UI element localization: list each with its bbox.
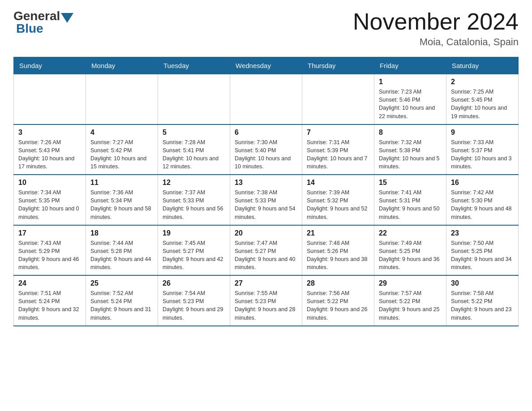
calendar-cell: 30Sunrise: 7:58 AMSunset: 5:22 PMDayligh… — [446, 275, 519, 326]
day-info: Sunrise: 7:45 AMSunset: 5:27 PMDaylight:… — [163, 239, 225, 272]
day-number: 11 — [90, 179, 153, 187]
calendar-header-row: SundayMondayTuesdayWednesdayThursdayFrid… — [14, 57, 519, 74]
calendar-cell: 7Sunrise: 7:31 AMSunset: 5:39 PMDaylight… — [302, 124, 374, 175]
calendar-cell: 8Sunrise: 7:32 AMSunset: 5:38 PMDaylight… — [374, 124, 446, 175]
calendar-cell: 16Sunrise: 7:42 AMSunset: 5:30 PMDayligh… — [446, 175, 519, 225]
calendar-cell: 14Sunrise: 7:39 AMSunset: 5:32 PMDayligh… — [302, 175, 374, 225]
day-info: Sunrise: 7:25 AMSunset: 5:45 PMDaylight:… — [451, 88, 514, 120]
day-info: Sunrise: 7:30 AMSunset: 5:40 PMDaylight:… — [235, 138, 297, 171]
day-number: 8 — [379, 128, 442, 137]
calendar-cell — [302, 74, 374, 124]
calendar-table: SundayMondayTuesdayWednesdayThursdayFrid… — [13, 57, 519, 326]
day-info: Sunrise: 7:34 AMSunset: 5:35 PMDaylight:… — [18, 188, 81, 221]
calendar-cell: 25Sunrise: 7:52 AMSunset: 5:24 PMDayligh… — [86, 275, 158, 326]
day-number: 2 — [451, 78, 514, 86]
calendar-cell: 1Sunrise: 7:23 AMSunset: 5:46 PMDaylight… — [374, 74, 446, 124]
day-info: Sunrise: 7:55 AMSunset: 5:23 PMDaylight:… — [235, 289, 297, 322]
day-info: Sunrise: 7:39 AMSunset: 5:32 PMDaylight:… — [307, 188, 369, 221]
calendar-cell: 23Sunrise: 7:50 AMSunset: 5:25 PMDayligh… — [446, 225, 519, 276]
calendar-week-row: 17Sunrise: 7:43 AMSunset: 5:29 PMDayligh… — [14, 225, 519, 276]
day-number: 4 — [90, 128, 153, 137]
day-info: Sunrise: 7:41 AMSunset: 5:31 PMDaylight:… — [379, 188, 442, 221]
day-info: Sunrise: 7:26 AMSunset: 5:43 PMDaylight:… — [18, 138, 81, 171]
calendar-header-saturday: Saturday — [446, 57, 519, 74]
calendar-header-friday: Friday — [374, 57, 446, 74]
day-number: 29 — [379, 279, 442, 287]
calendar-cell: 21Sunrise: 7:48 AMSunset: 5:26 PMDayligh… — [302, 225, 374, 276]
day-info: Sunrise: 7:44 AMSunset: 5:28 PMDaylight:… — [90, 239, 153, 272]
calendar-week-row: 3Sunrise: 7:26 AMSunset: 5:43 PMDaylight… — [14, 124, 519, 175]
day-number: 3 — [18, 128, 81, 137]
calendar-cell: 6Sunrise: 7:30 AMSunset: 5:40 PMDaylight… — [230, 124, 302, 175]
calendar-header-monday: Monday — [86, 57, 158, 74]
day-info: Sunrise: 7:31 AMSunset: 5:39 PMDaylight:… — [307, 138, 369, 171]
calendar-header-sunday: Sunday — [14, 57, 86, 74]
calendar-cell: 9Sunrise: 7:33 AMSunset: 5:37 PMDaylight… — [446, 124, 519, 175]
logo-blue-text: Blue — [16, 21, 43, 35]
day-number: 13 — [235, 179, 297, 187]
calendar-cell: 19Sunrise: 7:45 AMSunset: 5:27 PMDayligh… — [158, 225, 230, 276]
day-info: Sunrise: 7:47 AMSunset: 5:27 PMDaylight:… — [235, 239, 297, 272]
day-info: Sunrise: 7:43 AMSunset: 5:29 PMDaylight:… — [18, 239, 81, 272]
day-info: Sunrise: 7:42 AMSunset: 5:30 PMDaylight:… — [451, 188, 514, 221]
calendar-cell: 15Sunrise: 7:41 AMSunset: 5:31 PMDayligh… — [374, 175, 446, 225]
day-number: 23 — [451, 229, 514, 237]
day-number: 18 — [90, 229, 153, 237]
location-title: Moia, Catalonia, Spain — [353, 36, 519, 48]
day-number: 21 — [307, 229, 369, 237]
calendar-cell: 3Sunrise: 7:26 AMSunset: 5:43 PMDaylight… — [14, 124, 86, 175]
day-number: 22 — [379, 229, 442, 237]
calendar-header-tuesday: Tuesday — [158, 57, 230, 74]
logo: General Blue — [13, 9, 74, 36]
day-info: Sunrise: 7:52 AMSunset: 5:24 PMDaylight:… — [90, 289, 153, 322]
page-header: General Blue November 2024 Moia, Catalon… — [13, 9, 519, 48]
day-info: Sunrise: 7:50 AMSunset: 5:25 PMDaylight:… — [451, 239, 514, 272]
calendar-cell: 12Sunrise: 7:37 AMSunset: 5:33 PMDayligh… — [158, 175, 230, 225]
calendar-cell: 29Sunrise: 7:57 AMSunset: 5:22 PMDayligh… — [374, 275, 446, 326]
day-number: 15 — [379, 179, 442, 187]
day-info: Sunrise: 7:51 AMSunset: 5:24 PMDaylight:… — [18, 289, 81, 322]
day-number: 27 — [235, 279, 297, 287]
day-info: Sunrise: 7:56 AMSunset: 5:22 PMDaylight:… — [307, 289, 369, 322]
day-number: 1 — [379, 78, 442, 86]
day-number: 24 — [18, 279, 81, 287]
calendar-week-row: 10Sunrise: 7:34 AMSunset: 5:35 PMDayligh… — [14, 175, 519, 225]
calendar-cell — [158, 74, 230, 124]
day-number: 9 — [451, 128, 514, 137]
day-number: 7 — [307, 128, 369, 137]
calendar-cell: 20Sunrise: 7:47 AMSunset: 5:27 PMDayligh… — [230, 225, 302, 276]
calendar-cell: 26Sunrise: 7:54 AMSunset: 5:23 PMDayligh… — [158, 275, 230, 326]
day-info: Sunrise: 7:54 AMSunset: 5:23 PMDaylight:… — [163, 289, 225, 322]
day-number: 16 — [451, 179, 514, 187]
day-number: 19 — [163, 229, 225, 237]
day-info: Sunrise: 7:37 AMSunset: 5:33 PMDaylight:… — [163, 188, 225, 221]
day-number: 5 — [163, 128, 225, 137]
calendar-cell: 5Sunrise: 7:28 AMSunset: 5:41 PMDaylight… — [158, 124, 230, 175]
day-info: Sunrise: 7:28 AMSunset: 5:41 PMDaylight:… — [163, 138, 225, 171]
day-number: 14 — [307, 179, 369, 187]
calendar-header-thursday: Thursday — [302, 57, 374, 74]
day-info: Sunrise: 7:48 AMSunset: 5:26 PMDaylight:… — [307, 239, 369, 272]
day-info: Sunrise: 7:32 AMSunset: 5:38 PMDaylight:… — [379, 138, 442, 171]
month-title: November 2024 — [353, 9, 519, 34]
day-number: 17 — [18, 229, 81, 237]
calendar-cell — [14, 74, 86, 124]
calendar-cell: 10Sunrise: 7:34 AMSunset: 5:35 PMDayligh… — [14, 175, 86, 225]
calendar-cell: 4Sunrise: 7:27 AMSunset: 5:42 PMDaylight… — [86, 124, 158, 175]
day-info: Sunrise: 7:33 AMSunset: 5:37 PMDaylight:… — [451, 138, 514, 171]
calendar-week-row: 1Sunrise: 7:23 AMSunset: 5:46 PMDaylight… — [14, 74, 519, 124]
day-info: Sunrise: 7:58 AMSunset: 5:22 PMDaylight:… — [451, 289, 514, 322]
day-number: 20 — [235, 229, 297, 237]
day-info: Sunrise: 7:49 AMSunset: 5:25 PMDaylight:… — [379, 239, 442, 272]
day-number: 28 — [307, 279, 369, 287]
calendar-cell: 28Sunrise: 7:56 AMSunset: 5:22 PMDayligh… — [302, 275, 374, 326]
calendar-header-wednesday: Wednesday — [230, 57, 302, 74]
calendar-cell: 24Sunrise: 7:51 AMSunset: 5:24 PMDayligh… — [14, 275, 86, 326]
calendar-cell: 17Sunrise: 7:43 AMSunset: 5:29 PMDayligh… — [14, 225, 86, 276]
calendar-cell: 27Sunrise: 7:55 AMSunset: 5:23 PMDayligh… — [230, 275, 302, 326]
calendar-cell: 18Sunrise: 7:44 AMSunset: 5:28 PMDayligh… — [86, 225, 158, 276]
day-info: Sunrise: 7:27 AMSunset: 5:42 PMDaylight:… — [90, 138, 153, 171]
day-info: Sunrise: 7:23 AMSunset: 5:46 PMDaylight:… — [379, 88, 442, 120]
day-info: Sunrise: 7:38 AMSunset: 5:33 PMDaylight:… — [235, 188, 297, 221]
day-number: 26 — [163, 279, 225, 287]
